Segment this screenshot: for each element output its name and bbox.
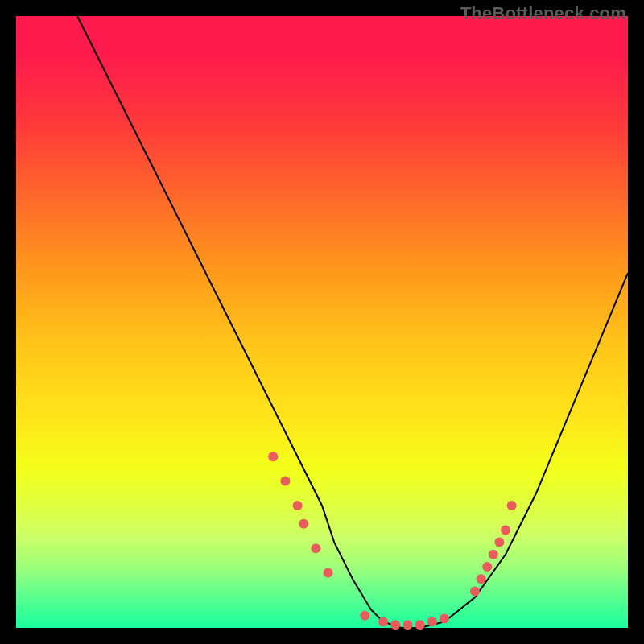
marker-dot xyxy=(324,568,333,578)
marker-dot xyxy=(482,562,492,572)
marker-dot xyxy=(415,620,425,630)
series-curve xyxy=(77,16,628,628)
marker-dot xyxy=(494,538,504,547)
plot-area xyxy=(16,16,628,628)
curve-line xyxy=(77,16,628,628)
marker-dot xyxy=(470,586,480,596)
marker-dot xyxy=(378,617,388,626)
marker-dot xyxy=(311,543,320,553)
marker-dot xyxy=(507,501,517,510)
marker-dot xyxy=(427,617,437,626)
marker-dot xyxy=(293,501,303,510)
marker-dot xyxy=(501,525,510,535)
marker-dot xyxy=(360,611,369,621)
marker-dot xyxy=(440,614,449,624)
curve-markers xyxy=(268,452,516,630)
chart-svg xyxy=(16,16,628,628)
marker-dot xyxy=(280,477,290,486)
chart-stage: TheBottleneck.com xyxy=(0,0,644,644)
marker-dot xyxy=(489,550,498,559)
watermark-text: TheBottleneck.com xyxy=(460,3,626,24)
marker-dot xyxy=(402,620,412,630)
marker-dot xyxy=(299,519,308,529)
marker-dot xyxy=(477,574,486,584)
marker-dot xyxy=(268,452,278,461)
marker-dot xyxy=(390,620,400,630)
